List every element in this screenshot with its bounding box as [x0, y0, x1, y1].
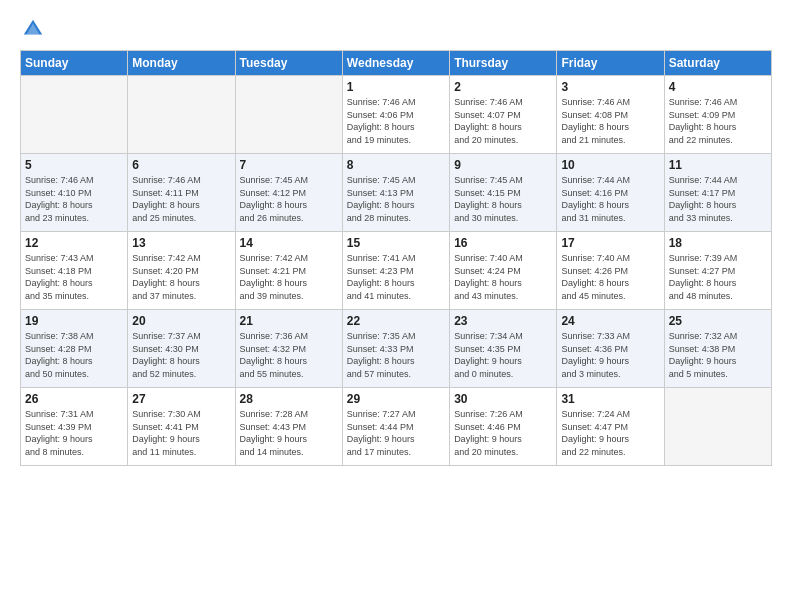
week-row-5: 26Sunrise: 7:31 AM Sunset: 4:39 PM Dayli…	[21, 388, 772, 466]
day-info: Sunrise: 7:30 AM Sunset: 4:41 PM Dayligh…	[132, 408, 230, 458]
weekday-friday: Friday	[557, 51, 664, 76]
day-number: 1	[347, 80, 445, 94]
day-info: Sunrise: 7:26 AM Sunset: 4:46 PM Dayligh…	[454, 408, 552, 458]
weekday-header-row: SundayMondayTuesdayWednesdayThursdayFrid…	[21, 51, 772, 76]
day-info: Sunrise: 7:37 AM Sunset: 4:30 PM Dayligh…	[132, 330, 230, 380]
day-info: Sunrise: 7:35 AM Sunset: 4:33 PM Dayligh…	[347, 330, 445, 380]
day-cell: 5Sunrise: 7:46 AM Sunset: 4:10 PM Daylig…	[21, 154, 128, 232]
day-cell: 27Sunrise: 7:30 AM Sunset: 4:41 PM Dayli…	[128, 388, 235, 466]
weekday-thursday: Thursday	[450, 51, 557, 76]
day-info: Sunrise: 7:46 AM Sunset: 4:10 PM Dayligh…	[25, 174, 123, 224]
day-cell	[664, 388, 771, 466]
day-number: 28	[240, 392, 338, 406]
day-info: Sunrise: 7:27 AM Sunset: 4:44 PM Dayligh…	[347, 408, 445, 458]
day-cell: 8Sunrise: 7:45 AM Sunset: 4:13 PM Daylig…	[342, 154, 449, 232]
day-cell: 18Sunrise: 7:39 AM Sunset: 4:27 PM Dayli…	[664, 232, 771, 310]
day-info: Sunrise: 7:36 AM Sunset: 4:32 PM Dayligh…	[240, 330, 338, 380]
day-info: Sunrise: 7:45 AM Sunset: 4:13 PM Dayligh…	[347, 174, 445, 224]
day-info: Sunrise: 7:44 AM Sunset: 4:16 PM Dayligh…	[561, 174, 659, 224]
day-cell: 13Sunrise: 7:42 AM Sunset: 4:20 PM Dayli…	[128, 232, 235, 310]
day-info: Sunrise: 7:46 AM Sunset: 4:08 PM Dayligh…	[561, 96, 659, 146]
day-cell: 17Sunrise: 7:40 AM Sunset: 4:26 PM Dayli…	[557, 232, 664, 310]
day-cell: 29Sunrise: 7:27 AM Sunset: 4:44 PM Dayli…	[342, 388, 449, 466]
header	[20, 18, 772, 44]
day-cell: 12Sunrise: 7:43 AM Sunset: 4:18 PM Dayli…	[21, 232, 128, 310]
day-cell	[21, 76, 128, 154]
day-cell: 22Sunrise: 7:35 AM Sunset: 4:33 PM Dayli…	[342, 310, 449, 388]
day-info: Sunrise: 7:41 AM Sunset: 4:23 PM Dayligh…	[347, 252, 445, 302]
week-row-4: 19Sunrise: 7:38 AM Sunset: 4:28 PM Dayli…	[21, 310, 772, 388]
day-cell	[128, 76, 235, 154]
day-number: 7	[240, 158, 338, 172]
day-number: 19	[25, 314, 123, 328]
day-cell: 1Sunrise: 7:46 AM Sunset: 4:06 PM Daylig…	[342, 76, 449, 154]
day-info: Sunrise: 7:46 AM Sunset: 4:07 PM Dayligh…	[454, 96, 552, 146]
day-cell: 11Sunrise: 7:44 AM Sunset: 4:17 PM Dayli…	[664, 154, 771, 232]
day-cell: 28Sunrise: 7:28 AM Sunset: 4:43 PM Dayli…	[235, 388, 342, 466]
day-info: Sunrise: 7:28 AM Sunset: 4:43 PM Dayligh…	[240, 408, 338, 458]
day-info: Sunrise: 7:33 AM Sunset: 4:36 PM Dayligh…	[561, 330, 659, 380]
day-cell: 9Sunrise: 7:45 AM Sunset: 4:15 PM Daylig…	[450, 154, 557, 232]
week-row-1: 1Sunrise: 7:46 AM Sunset: 4:06 PM Daylig…	[21, 76, 772, 154]
day-info: Sunrise: 7:46 AM Sunset: 4:09 PM Dayligh…	[669, 96, 767, 146]
day-number: 16	[454, 236, 552, 250]
weekday-sunday: Sunday	[21, 51, 128, 76]
day-number: 27	[132, 392, 230, 406]
day-number: 8	[347, 158, 445, 172]
day-info: Sunrise: 7:40 AM Sunset: 4:26 PM Dayligh…	[561, 252, 659, 302]
day-number: 14	[240, 236, 338, 250]
day-number: 24	[561, 314, 659, 328]
day-number: 31	[561, 392, 659, 406]
day-number: 20	[132, 314, 230, 328]
day-info: Sunrise: 7:34 AM Sunset: 4:35 PM Dayligh…	[454, 330, 552, 380]
day-info: Sunrise: 7:46 AM Sunset: 4:11 PM Dayligh…	[132, 174, 230, 224]
day-cell: 26Sunrise: 7:31 AM Sunset: 4:39 PM Dayli…	[21, 388, 128, 466]
day-number: 29	[347, 392, 445, 406]
day-number: 13	[132, 236, 230, 250]
day-number: 12	[25, 236, 123, 250]
day-info: Sunrise: 7:44 AM Sunset: 4:17 PM Dayligh…	[669, 174, 767, 224]
day-cell: 20Sunrise: 7:37 AM Sunset: 4:30 PM Dayli…	[128, 310, 235, 388]
weekday-monday: Monday	[128, 51, 235, 76]
day-cell: 24Sunrise: 7:33 AM Sunset: 4:36 PM Dayli…	[557, 310, 664, 388]
day-cell: 25Sunrise: 7:32 AM Sunset: 4:38 PM Dayli…	[664, 310, 771, 388]
day-cell: 19Sunrise: 7:38 AM Sunset: 4:28 PM Dayli…	[21, 310, 128, 388]
day-cell: 16Sunrise: 7:40 AM Sunset: 4:24 PM Dayli…	[450, 232, 557, 310]
day-cell: 7Sunrise: 7:45 AM Sunset: 4:12 PM Daylig…	[235, 154, 342, 232]
day-info: Sunrise: 7:39 AM Sunset: 4:27 PM Dayligh…	[669, 252, 767, 302]
day-number: 18	[669, 236, 767, 250]
day-number: 11	[669, 158, 767, 172]
logo	[20, 18, 44, 44]
day-number: 6	[132, 158, 230, 172]
page: SundayMondayTuesdayWednesdayThursdayFrid…	[0, 0, 792, 612]
day-cell: 4Sunrise: 7:46 AM Sunset: 4:09 PM Daylig…	[664, 76, 771, 154]
day-cell: 23Sunrise: 7:34 AM Sunset: 4:35 PM Dayli…	[450, 310, 557, 388]
day-number: 4	[669, 80, 767, 94]
day-info: Sunrise: 7:42 AM Sunset: 4:20 PM Dayligh…	[132, 252, 230, 302]
day-number: 15	[347, 236, 445, 250]
day-number: 26	[25, 392, 123, 406]
day-info: Sunrise: 7:42 AM Sunset: 4:21 PM Dayligh…	[240, 252, 338, 302]
weekday-saturday: Saturday	[664, 51, 771, 76]
day-info: Sunrise: 7:24 AM Sunset: 4:47 PM Dayligh…	[561, 408, 659, 458]
day-cell: 3Sunrise: 7:46 AM Sunset: 4:08 PM Daylig…	[557, 76, 664, 154]
day-number: 22	[347, 314, 445, 328]
day-number: 5	[25, 158, 123, 172]
day-cell: 30Sunrise: 7:26 AM Sunset: 4:46 PM Dayli…	[450, 388, 557, 466]
calendar-table: SundayMondayTuesdayWednesdayThursdayFrid…	[20, 50, 772, 466]
day-number: 17	[561, 236, 659, 250]
logo-icon	[22, 18, 44, 40]
day-cell: 2Sunrise: 7:46 AM Sunset: 4:07 PM Daylig…	[450, 76, 557, 154]
day-cell: 15Sunrise: 7:41 AM Sunset: 4:23 PM Dayli…	[342, 232, 449, 310]
day-number: 10	[561, 158, 659, 172]
day-cell: 31Sunrise: 7:24 AM Sunset: 4:47 PM Dayli…	[557, 388, 664, 466]
day-number: 2	[454, 80, 552, 94]
day-number: 9	[454, 158, 552, 172]
week-row-2: 5Sunrise: 7:46 AM Sunset: 4:10 PM Daylig…	[21, 154, 772, 232]
day-info: Sunrise: 7:45 AM Sunset: 4:15 PM Dayligh…	[454, 174, 552, 224]
day-info: Sunrise: 7:43 AM Sunset: 4:18 PM Dayligh…	[25, 252, 123, 302]
day-number: 21	[240, 314, 338, 328]
day-number: 25	[669, 314, 767, 328]
week-row-3: 12Sunrise: 7:43 AM Sunset: 4:18 PM Dayli…	[21, 232, 772, 310]
day-cell: 10Sunrise: 7:44 AM Sunset: 4:16 PM Dayli…	[557, 154, 664, 232]
